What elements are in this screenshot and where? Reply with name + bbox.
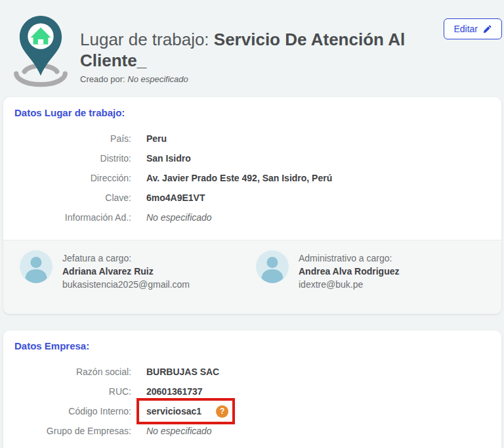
contact-email: bukasistencia2025@gmail.com — [62, 278, 190, 291]
field-row-direccion: Dirección: Av. Javier Prado Este 492, Sa… — [3, 168, 501, 188]
edit-button[interactable]: Editar — [444, 18, 502, 39]
contact-email: idextre@buk.pe — [299, 278, 400, 291]
field-row-informacion-ad: Información Ad.: No especificado — [3, 208, 501, 227]
page-title: Lugar de trabajo: Servicio De Atención A… — [80, 29, 442, 71]
field-row-clave: Clave: 6mo4A9E1VT — [3, 188, 501, 208]
avatar — [256, 250, 289, 286]
help-icon[interactable]: ? — [216, 405, 228, 418]
contact-name: Adriana Alvarez Ruiz — [62, 265, 190, 278]
field-label: Código Interno: — [3, 406, 131, 416]
codigo-interno-highlight: serviciosac1 ? — [146, 405, 228, 418]
field-label: Distrito: — [3, 153, 131, 164]
field-value: San Isidro — [146, 153, 191, 164]
field-value: No especificado — [146, 212, 212, 223]
workplace-card-heading: Datos Lugar de trabajo: — [3, 97, 501, 119]
field-label: País: — [3, 133, 131, 144]
workplace-pin-icon — [10, 14, 71, 93]
company-card-heading: Datos Empresa: — [3, 330, 501, 352]
field-label: Grupo de Empresas: — [3, 426, 131, 436]
field-label: Información Ad.: — [3, 212, 131, 223]
field-value: 6mo4A9E1VT — [146, 192, 205, 203]
contact-role: Jefatura a cargo: — [62, 252, 190, 265]
field-row-distrito: Distrito: San Isidro — [3, 148, 501, 168]
contact-name: Andrea Alva Rodriguez — [299, 265, 400, 278]
created-by-line: Creado por: No especificado — [80, 74, 442, 84]
page-header: Lugar de trabajo: Servicio De Atención A… — [0, 0, 504, 97]
field-row-pais: País: Peru — [3, 129, 501, 148]
created-by-label: Creado por: — [80, 74, 125, 84]
field-value: BURBUJAS SAC — [146, 367, 219, 377]
field-label: Razón social: — [3, 367, 131, 377]
contact-jefatura: Jefatura a cargo: Adriana Alvarez Ruiz b… — [20, 250, 190, 291]
pencil-icon — [482, 24, 492, 34]
field-value: serviciosac1 — [146, 406, 201, 416]
field-value: No especificado — [146, 426, 212, 436]
avatar — [20, 250, 52, 286]
field-row-grupo-empresas: Grupo de Empresas: No especificado — [3, 421, 501, 441]
company-data-card: Datos Empresa: Razón social: BURBUJAS SA… — [3, 330, 501, 448]
workplace-data-card: Datos Lugar de trabajo: País: Peru Distr… — [3, 97, 501, 314]
field-row-ruc: RUC: 20601361737 — [3, 382, 501, 401]
contact-administrativo: Administrativo a cargo: Andrea Alva Rodr… — [256, 250, 400, 291]
field-row-codigo-interno: Código Interno: serviciosac1 ? — [3, 401, 501, 421]
title-prefix: Lugar de trabajo: — [80, 30, 214, 49]
field-value: 20601361737 — [146, 386, 203, 397]
created-by-value: No especificado — [127, 74, 188, 84]
title-block: Lugar de trabajo: Servicio De Atención A… — [80, 29, 442, 84]
field-label: RUC: — [3, 386, 131, 397]
contact-role: Administrativo a cargo: — [299, 252, 400, 265]
company-fields: Razón social: BURBUJAS SAC RUC: 20601361… — [3, 352, 501, 441]
field-label: Dirección: — [3, 173, 131, 183]
edit-button-label: Editar — [453, 24, 478, 34]
workplace-fields: País: Peru Distrito: San Isidro Direcció… — [3, 119, 501, 227]
field-value: Peru — [146, 133, 167, 144]
field-label: Clave: — [3, 192, 131, 203]
field-row-razon-social: Razón social: BURBUJAS SAC — [3, 362, 501, 382]
contacts-footer: Jefatura a cargo: Adriana Alvarez Ruiz b… — [3, 240, 501, 314]
field-value: Av. Javier Prado Este 492, San Isidro, P… — [146, 173, 332, 183]
